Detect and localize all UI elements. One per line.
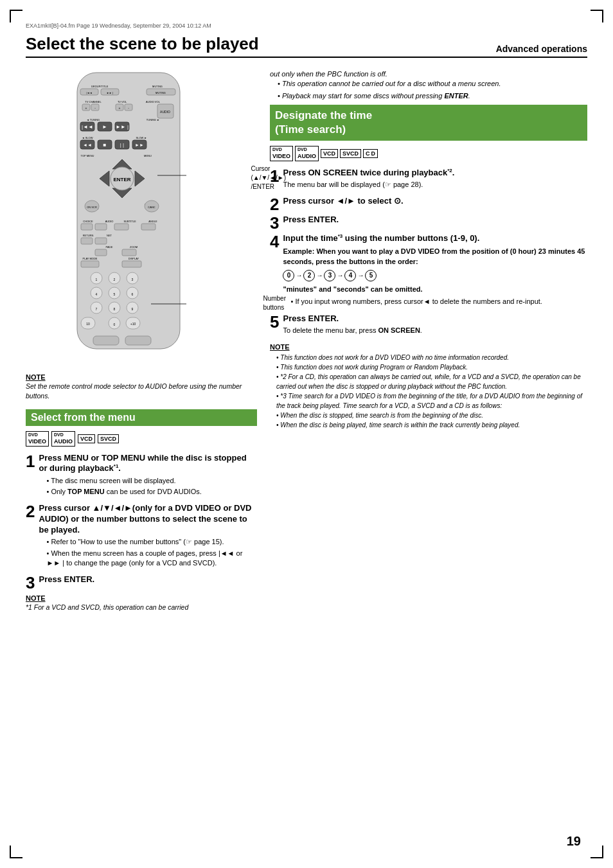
step-right-2-heading: Press cursor ◄/► to select ⊙. <box>283 196 587 207</box>
remote-illustration: GROUP/TITLE |◄◄ ►► | MUTING MUTING TV CH… <box>51 69 231 367</box>
designate-header: Designate the time(Time search) <box>270 105 587 141</box>
svg-text:8: 8 <box>114 307 116 311</box>
badge-r-dvd-video: DVD VIDEO <box>270 146 293 161</box>
svg-text:◄◄: ◄◄ <box>83 143 92 147</box>
svg-text:| |: | | <box>120 142 124 148</box>
svg-text:DISPLAY: DISPLAY <box>129 257 139 260</box>
svg-text:|◄◄: |◄◄ <box>82 124 93 130</box>
note-right-item4: *3 Time search for a DVD VIDEO is from t… <box>276 391 587 411</box>
svg-text:RETURN: RETURN <box>83 234 94 237</box>
svg-text:4: 4 <box>96 292 98 296</box>
num-sequence: 0 → 2 → 3 → 4 → 5 <box>283 270 587 281</box>
svg-rect-60 <box>95 224 107 230</box>
note-left-text: *1 For a VCD and SVCD, this operation ca… <box>26 603 257 612</box>
svg-rect-73 <box>81 261 99 267</box>
page-number: 19 <box>567 834 581 849</box>
svg-text:MUTING: MUTING <box>155 91 166 94</box>
note-right-bottom: NOTE This function does not work for a D… <box>270 342 587 430</box>
corner-mark-tl <box>10 10 22 22</box>
svg-text:5: 5 <box>114 292 116 296</box>
svg-text:◄ SLOW: ◄ SLOW <box>82 136 93 139</box>
step-left-1-heading: Press MENU or TOP MENU while the disc is… <box>39 453 257 475</box>
num-0: 0 <box>283 270 294 281</box>
svg-text:AUDIO VOL: AUDIO VOL <box>146 100 161 103</box>
svg-rect-62 <box>141 224 155 230</box>
section-label: Advanced operations <box>496 44 587 54</box>
select-menu-header: Select from the menu <box>26 409 257 426</box>
svg-text:►: ► <box>102 124 107 130</box>
note-title: NOTE <box>26 373 46 381</box>
svg-text:|◄◄: |◄◄ <box>87 91 93 94</box>
svg-rect-70 <box>122 249 136 256</box>
svg-text:10: 10 <box>86 322 90 326</box>
note-right-item1: This function does not work for a DVD VI… <box>276 353 587 362</box>
num-3: 3 <box>324 270 335 281</box>
left-column: GROUP/TITLE |◄◄ ►► | MUTING MUTING TV CH… <box>26 69 257 620</box>
svg-text:3: 3 <box>132 278 134 281</box>
badge-r-vcd: VCD <box>321 149 338 159</box>
svg-text:7: 7 <box>96 307 98 311</box>
step-left-2-bullet2: When the menu screen has a couple of pag… <box>46 549 257 569</box>
right-intro-bullet1: This operation cannot be carried out for… <box>278 79 587 89</box>
corner-mark-bl <box>10 846 22 858</box>
badge-r-cd: CD <box>363 149 378 158</box>
svg-text:0: 0 <box>114 323 116 326</box>
remote-svg: GROUP/TITLE |◄◄ ►► | MUTING MUTING TV CH… <box>51 69 231 365</box>
right-intro: out only when the PBC function is off. T… <box>270 69 587 101</box>
svg-text:GROUP/TITLE: GROUP/TITLE <box>91 85 109 88</box>
svg-rect-100 <box>125 336 151 345</box>
svg-text:CHOICE: CHOICE <box>83 220 93 223</box>
step-left-3: 3 Press ENTER. <box>26 574 257 587</box>
svg-text:►►: ►► <box>135 143 144 147</box>
example-block: Example: When you want to play a DVD VID… <box>283 247 587 307</box>
badge-dvd-video: DVD VIDEO <box>26 431 49 446</box>
step-right-4-heading: Input the time*3 using the number button… <box>283 233 587 244</box>
badge-svcd: SVCD <box>98 434 119 444</box>
svg-text:+10: +10 <box>130 322 136 326</box>
note-left-bottom: NOTE *1 For a VCD and SVCD, this operati… <box>26 593 257 612</box>
badge-dvd-audio: DVD AUDIO <box>51 431 75 446</box>
svg-text:+: + <box>119 106 121 110</box>
step-right-1: 1 Press ON SCREEN twice during playback*… <box>270 168 587 190</box>
step-right-4: 4 Input the time*3 using the number butt… <box>270 233 587 307</box>
note-left-title: NOTE <box>26 594 46 602</box>
note-remote-text: Set the remote control mode selector to … <box>26 382 257 400</box>
svg-text:1: 1 <box>96 278 98 281</box>
note-right-list: This function does not work for a DVD VI… <box>270 353 587 430</box>
svg-rect-66 <box>95 238 107 244</box>
right-intro-bullet2: Playback may start for some discs withou… <box>278 91 587 101</box>
two-col-layout: GROUP/TITLE |◄◄ ►► | MUTING MUTING TV CH… <box>26 69 587 620</box>
svg-rect-61 <box>114 224 129 230</box>
svg-text:PAGE: PAGE <box>106 245 113 249</box>
svg-text:9: 9 <box>132 307 134 311</box>
page-header: Select the scene to be played Advanced o… <box>26 34 587 58</box>
svg-text:ANGLE: ANGLE <box>148 220 157 223</box>
svg-text:+: + <box>85 106 87 110</box>
step-left-2: 2 Press cursor ▲/▼/◄/►(only for a DVD VI… <box>26 503 257 568</box>
step-right-5-sub: To delete the menu bar, press ON SCREEN. <box>283 326 587 335</box>
svg-rect-59 <box>81 224 93 230</box>
badge-r-svcd: SVCD <box>340 149 361 159</box>
step-right-3-heading: Press ENTER. <box>283 215 587 226</box>
svg-rect-74 <box>122 261 141 267</box>
format-badges-left: DVD VIDEO DVD AUDIO VCD SVCD <box>26 431 257 446</box>
svg-text:TV CHANNEL: TV CHANNEL <box>85 100 102 103</box>
svg-text:ON SCR: ON SCR <box>87 206 97 209</box>
right-column: out only when the PBC function is off. T… <box>270 69 587 620</box>
step-left-2-bullet1: Refer to "How to use the number buttons"… <box>46 537 257 547</box>
step-right-5: 5 Press ENTER. To delete the menu bar, p… <box>270 314 587 335</box>
note-right-title: NOTE <box>270 342 587 353</box>
step-left-2-heading: Press cursor ▲/▼/◄/►(only for a DVD VIDE… <box>39 503 257 536</box>
svg-text:AUDIO: AUDIO <box>160 110 170 114</box>
num-4: 4 <box>344 270 356 281</box>
svg-text:CANC: CANC <box>148 206 155 209</box>
note-right-item2: This function does not work during Progr… <box>276 362 587 372</box>
step-left-3-heading: Press ENTER. <box>39 574 257 585</box>
num-5: 5 <box>365 270 377 281</box>
step-right-1-heading: Press ON SCREEN twice during playback*2. <box>283 168 587 179</box>
example-label: Example: <box>283 247 314 255</box>
svg-rect-69 <box>95 249 107 256</box>
svg-rect-99 <box>93 336 119 345</box>
format-badges-right: DVD VIDEO DVD AUDIO VCD SVCD CD <box>270 146 587 161</box>
svg-text:■: ■ <box>103 142 107 148</box>
